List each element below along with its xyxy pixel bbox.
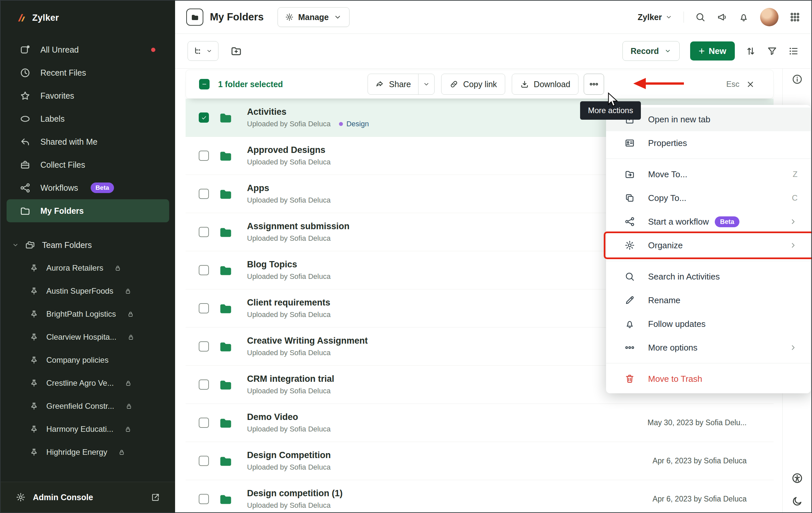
folder-subtitle: Uploaded by Sofia Deluca [247, 196, 330, 205]
context-menu-item[interactable]: Copy To... C [606, 186, 811, 210]
notifications-bell-icon[interactable] [738, 12, 749, 22]
sidebar-nav-item[interactable]: Collect Files [6, 153, 169, 176]
accessibility-icon[interactable] [791, 472, 803, 484]
user-avatar[interactable] [760, 8, 779, 26]
team-folder-item[interactable]: Greenfield Constr... [1, 395, 175, 417]
dismiss-selection[interactable]: Esc [726, 80, 773, 89]
sidebar-nav-label: All Unread [40, 45, 79, 55]
close-icon[interactable] [746, 80, 755, 89]
team-folder-label: Company policies [46, 355, 108, 365]
team-folder-item[interactable]: Aurora Retailers [1, 256, 175, 279]
external-link-icon [151, 493, 160, 502]
row-checkbox[interactable] [199, 189, 209, 199]
team-folder-item[interactable]: Clearview Hospita... [1, 326, 175, 349]
chevron-right-icon [789, 217, 798, 226]
folder-subtitle: Uploaded by Sofia Deluca [247, 310, 330, 319]
menu-item-label: Search in Activities [648, 272, 720, 282]
new-button[interactable]: + New [690, 42, 735, 60]
brand-logo[interactable]: Zylker [1, 1, 175, 35]
share-button[interactable]: Share [368, 74, 435, 95]
select-all-checkbox[interactable] [199, 79, 209, 89]
menu-item-label: Move to Trash [648, 374, 702, 384]
folder-name: Activities [247, 107, 369, 117]
row-checkbox[interactable] [199, 112, 209, 123]
team-folder-item[interactable]: Highridge Energy [1, 441, 175, 464]
row-checkbox[interactable] [199, 227, 209, 237]
row-checkbox[interactable] [199, 341, 209, 352]
admin-console-label: Admin Console [33, 493, 93, 502]
pin-icon [30, 379, 38, 388]
pin-icon [30, 333, 38, 342]
sidebar-nav-item[interactable]: Recent Files [6, 61, 169, 84]
search-icon[interactable] [695, 12, 705, 22]
sidebar-nav-item[interactable]: Favorites [6, 84, 169, 107]
row-checkbox[interactable] [199, 303, 209, 314]
menu-item-label: Copy To... [648, 193, 687, 203]
sidebar-nav-item[interactable]: My Folders [6, 199, 169, 222]
gear-icon [625, 240, 635, 250]
team-folder-item[interactable]: BrightPath Logistics [1, 302, 175, 326]
folder-subtitle: Uploaded by Sofia Deluca [247, 463, 330, 471]
context-menu-item[interactable]: Move to Trash [606, 367, 811, 391]
team-folders-label: Team Folders [42, 240, 92, 250]
sidebar-nav-item[interactable]: Workflows Beta [6, 176, 169, 199]
info-icon[interactable] [792, 74, 803, 85]
team-folder-item[interactable]: Austin SuperFoods [1, 279, 175, 302]
folder-row[interactable]: Design Competition Uploaded by Sofia Del… [185, 442, 774, 480]
sidebar-item-team-folders[interactable]: Team Folders [1, 234, 175, 256]
folder-row[interactable]: Design competition (1) Uploaded by Sofia… [185, 480, 774, 512]
manage-button[interactable]: Manage [278, 7, 349, 27]
sidebar-nav-item[interactable]: All Unread [6, 38, 169, 61]
new-folder-icon[interactable] [230, 45, 242, 57]
announcements-icon[interactable] [717, 12, 727, 22]
copy-link-button[interactable]: Copy link [441, 74, 505, 95]
filter-icon[interactable] [767, 46, 778, 57]
sidebar-nav-item[interactable]: Labels [6, 107, 169, 130]
folder-name: Design Competition [247, 450, 331, 460]
workdrive-app: Zylker All Unread Recent Files Favorites [0, 0, 812, 513]
row-checkbox[interactable] [199, 494, 209, 504]
pin-icon [30, 356, 38, 365]
view-options-button[interactable] [187, 41, 219, 61]
download-icon [520, 80, 529, 89]
context-menu-item[interactable]: Properties [606, 131, 811, 155]
team-folder-label: Crestline Agro Ve... [46, 378, 114, 388]
dark-mode-moon-icon[interactable] [791, 495, 803, 507]
context-menu-item[interactable]: Organize [606, 234, 811, 257]
pin-icon [30, 287, 38, 296]
sidebar-nav-item[interactable]: Shared with Me [6, 130, 169, 153]
sort-icon[interactable] [745, 46, 756, 57]
list-view-icon[interactable] [788, 46, 799, 57]
sidebar-spacer [1, 464, 175, 482]
context-menu-item[interactable]: More options [606, 336, 811, 359]
folder-icon [20, 206, 31, 216]
apps-grid-icon[interactable] [790, 12, 800, 22]
context-menu-item[interactable]: Move To... Z [606, 162, 811, 186]
team-folder-item[interactable]: Crestline Agro Ve... [1, 372, 175, 395]
row-checkbox[interactable] [199, 417, 209, 428]
row-checkbox[interactable] [199, 456, 209, 466]
sidebar: Zylker All Unread Recent Files Favorites [1, 1, 175, 512]
search-icon [625, 271, 635, 282]
tag-icon [20, 113, 31, 124]
context-menu-item[interactable]: Follow updates [606, 312, 811, 336]
row-checkbox[interactable] [199, 379, 209, 390]
toolbar-right-cluster: Record + New [622, 41, 799, 61]
chevron-down-icon [12, 241, 19, 249]
team-folder-item[interactable]: Harmony Educati... [1, 417, 175, 441]
record-dropdown-button[interactable]: Record [622, 41, 679, 61]
header-divider [684, 11, 684, 23]
admin-console-button[interactable]: Admin Console [1, 482, 175, 512]
folder-row[interactable]: Demo Video Uploaded by Sofia Deluca May … [185, 404, 774, 442]
sidebar-nav-label: Workflows [40, 183, 78, 193]
row-checkbox[interactable] [199, 265, 209, 275]
context-menu-item[interactable]: Search in Activities [606, 265, 811, 289]
context-menu-item[interactable]: Start a workflow Beta [606, 210, 811, 234]
context-menu-item[interactable]: Rename [606, 289, 811, 312]
team-folder-item[interactable]: Company policies [1, 349, 175, 372]
row-checkbox[interactable] [199, 151, 209, 161]
account-dropdown[interactable]: Zylker [638, 12, 672, 22]
more-actions-button[interactable] [584, 74, 604, 95]
share-dropdown-caret[interactable] [418, 74, 434, 94]
download-button[interactable]: Download [512, 74, 578, 95]
